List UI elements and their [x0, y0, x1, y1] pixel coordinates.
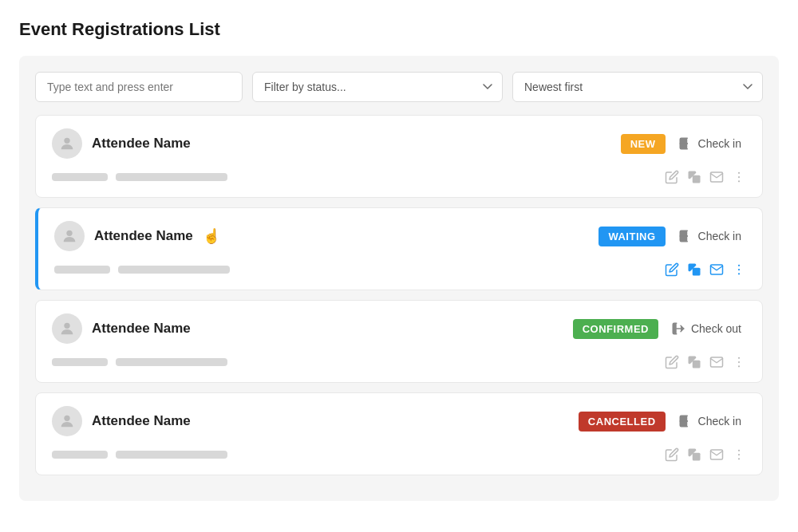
card-left: Attendee Name — [52, 406, 191, 436]
svg-point-5 — [738, 180, 740, 182]
card-bottom — [52, 447, 746, 462]
registrations-container: Filter by status... Newest first Attende… — [19, 56, 779, 501]
svg-point-9 — [738, 265, 740, 266]
card-bottom — [52, 355, 746, 369]
svg-point-6 — [66, 231, 72, 236]
action-label: Check in — [698, 137, 741, 150]
card-right: NEW Check in — [621, 132, 746, 155]
status-badge: CONFIRMED — [573, 319, 658, 339]
checkin-button[interactable]: Check in — [674, 410, 746, 432]
card-right: CONFIRMED Check out — [573, 317, 746, 340]
registration-card: Attendee Name NEW Check in — [35, 115, 763, 198]
svg-point-23 — [738, 458, 740, 459]
page-title: Event Registrations List — [19, 19, 779, 40]
cursor-hand: ☝ — [203, 227, 220, 245]
svg-point-15 — [738, 357, 740, 359]
svg-point-11 — [738, 273, 740, 274]
card-actions — [665, 355, 746, 369]
placeholder-long — [116, 451, 227, 459]
status-badge: NEW — [621, 134, 666, 154]
edit-icon[interactable] — [665, 447, 679, 462]
svg-point-22 — [738, 454, 740, 455]
email-icon[interactable] — [709, 355, 724, 369]
card-actions — [665, 170, 746, 184]
placeholder-blocks — [54, 266, 230, 274]
toolbar: Filter by status... Newest first — [35, 72, 763, 102]
menu-icon[interactable] — [732, 355, 746, 369]
svg-point-17 — [738, 365, 740, 367]
svg-point-3 — [738, 172, 740, 174]
status-badge: WAITING — [598, 227, 665, 246]
checkin-icon — [678, 413, 694, 429]
avatar — [54, 221, 85, 251]
checkin-button[interactable]: Check in — [674, 225, 746, 247]
svg-point-12 — [64, 323, 69, 329]
svg-rect-20 — [693, 453, 701, 461]
svg-rect-14 — [693, 361, 701, 368]
card-actions — [665, 447, 746, 462]
attendee-name: Attendee Name — [94, 228, 193, 244]
placeholder-blocks — [52, 451, 227, 459]
svg-rect-2 — [693, 175, 701, 183]
placeholder-blocks — [52, 358, 227, 366]
registration-card: Attendee Name ☝ WAITING Check in — [35, 207, 763, 290]
placeholder-blocks — [52, 173, 227, 181]
placeholder-long — [118, 266, 230, 274]
card-bottom — [54, 262, 746, 277]
placeholder-short — [52, 173, 108, 181]
filter-status-select[interactable]: Filter by status... — [252, 72, 503, 102]
edit-icon[interactable] — [665, 170, 679, 184]
registration-card: Attendee Name CANCELLED Check in — [35, 392, 763, 475]
checkin-button[interactable]: Check in — [674, 132, 746, 155]
svg-point-0 — [64, 138, 69, 144]
placeholder-long — [116, 173, 227, 181]
svg-point-18 — [64, 416, 69, 421]
svg-point-21 — [738, 450, 740, 451]
placeholder-short — [52, 358, 108, 366]
action-label: Check in — [698, 230, 741, 242]
avatar — [52, 313, 82, 344]
svg-point-16 — [738, 361, 740, 363]
sort-select[interactable]: Newest first — [512, 72, 763, 102]
card-actions — [665, 262, 746, 277]
card-right: CANCELLED Check in — [579, 410, 746, 432]
menu-icon[interactable] — [732, 262, 746, 277]
search-input[interactable] — [35, 72, 243, 102]
copy-icon[interactable] — [687, 355, 701, 369]
card-left: Attendee Name — [52, 313, 191, 344]
placeholder-short — [54, 266, 110, 274]
checkout-button[interactable]: Check out — [666, 317, 746, 340]
card-left: Attendee Name ☝ — [54, 221, 220, 251]
avatar — [52, 406, 82, 436]
card-left: Attendee Name — [52, 128, 191, 159]
attendee-name: Attendee Name — [92, 136, 191, 152]
checkout-icon — [671, 321, 687, 337]
edit-icon[interactable] — [665, 262, 679, 277]
registrations-list: Attendee Name NEW Check in — [35, 115, 763, 475]
copy-icon[interactable] — [687, 262, 701, 277]
card-bottom — [52, 170, 746, 184]
email-icon[interactable] — [709, 262, 724, 277]
placeholder-short — [52, 451, 108, 459]
action-label: Check out — [691, 322, 741, 335]
checkin-icon — [678, 228, 694, 244]
status-badge: CANCELLED — [579, 412, 666, 432]
avatar — [52, 128, 82, 159]
email-icon[interactable] — [709, 447, 724, 462]
copy-icon[interactable] — [687, 170, 701, 184]
svg-point-10 — [738, 269, 740, 270]
menu-icon[interactable] — [732, 170, 746, 184]
svg-rect-8 — [693, 268, 701, 276]
menu-icon[interactable] — [732, 447, 746, 462]
action-label: Check in — [698, 415, 741, 428]
copy-icon[interactable] — [687, 447, 701, 462]
registration-card: Attendee Name CONFIRMED Check out — [35, 300, 763, 383]
attendee-name: Attendee Name — [92, 321, 191, 337]
edit-icon[interactable] — [665, 355, 679, 369]
placeholder-long — [116, 358, 227, 366]
attendee-name: Attendee Name — [92, 413, 191, 429]
card-right: WAITING Check in — [598, 225, 746, 247]
svg-point-4 — [738, 176, 740, 178]
checkin-icon — [678, 136, 694, 152]
email-icon[interactable] — [709, 170, 724, 184]
